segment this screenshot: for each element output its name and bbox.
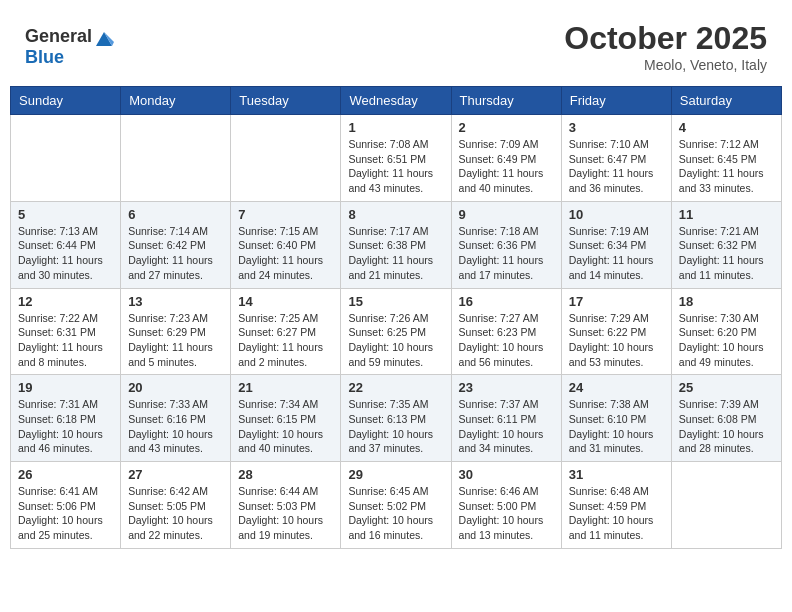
- calendar-cell: 28Sunrise: 6:44 AM Sunset: 5:03 PM Dayli…: [231, 462, 341, 549]
- calendar-cell: 17Sunrise: 7:29 AM Sunset: 6:22 PM Dayli…: [561, 288, 671, 375]
- calendar-cell: 22Sunrise: 7:35 AM Sunset: 6:13 PM Dayli…: [341, 375, 451, 462]
- calendar-cell: 3Sunrise: 7:10 AM Sunset: 6:47 PM Daylig…: [561, 115, 671, 202]
- day-info: Sunrise: 6:46 AM Sunset: 5:00 PM Dayligh…: [459, 484, 554, 543]
- day-number: 5: [18, 207, 113, 222]
- logo-blue-text: Blue: [25, 48, 114, 68]
- calendar-cell: 13Sunrise: 7:23 AM Sunset: 6:29 PM Dayli…: [121, 288, 231, 375]
- calendar-cell: 18Sunrise: 7:30 AM Sunset: 6:20 PM Dayli…: [671, 288, 781, 375]
- calendar-cell: 9Sunrise: 7:18 AM Sunset: 6:36 PM Daylig…: [451, 201, 561, 288]
- day-number: 3: [569, 120, 664, 135]
- day-info: Sunrise: 7:10 AM Sunset: 6:47 PM Dayligh…: [569, 137, 664, 196]
- calendar-cell: 4Sunrise: 7:12 AM Sunset: 6:45 PM Daylig…: [671, 115, 781, 202]
- day-info: Sunrise: 7:39 AM Sunset: 6:08 PM Dayligh…: [679, 397, 774, 456]
- day-info: Sunrise: 7:13 AM Sunset: 6:44 PM Dayligh…: [18, 224, 113, 283]
- calendar-cell: 16Sunrise: 7:27 AM Sunset: 6:23 PM Dayli…: [451, 288, 561, 375]
- day-number: 21: [238, 380, 333, 395]
- day-number: 14: [238, 294, 333, 309]
- calendar-cell: 8Sunrise: 7:17 AM Sunset: 6:38 PM Daylig…: [341, 201, 451, 288]
- day-number: 29: [348, 467, 443, 482]
- day-info: Sunrise: 7:22 AM Sunset: 6:31 PM Dayligh…: [18, 311, 113, 370]
- location: Meolo, Veneto, Italy: [564, 57, 767, 73]
- day-info: Sunrise: 7:21 AM Sunset: 6:32 PM Dayligh…: [679, 224, 774, 283]
- day-number: 23: [459, 380, 554, 395]
- calendar-cell: 14Sunrise: 7:25 AM Sunset: 6:27 PM Dayli…: [231, 288, 341, 375]
- day-info: Sunrise: 7:35 AM Sunset: 6:13 PM Dayligh…: [348, 397, 443, 456]
- day-number: 27: [128, 467, 223, 482]
- day-info: Sunrise: 7:38 AM Sunset: 6:10 PM Dayligh…: [569, 397, 664, 456]
- weekday-header-thursday: Thursday: [451, 87, 561, 115]
- calendar-cell: 1Sunrise: 7:08 AM Sunset: 6:51 PM Daylig…: [341, 115, 451, 202]
- calendar-cell: 6Sunrise: 7:14 AM Sunset: 6:42 PM Daylig…: [121, 201, 231, 288]
- day-info: Sunrise: 7:30 AM Sunset: 6:20 PM Dayligh…: [679, 311, 774, 370]
- day-info: Sunrise: 7:19 AM Sunset: 6:34 PM Dayligh…: [569, 224, 664, 283]
- day-number: 20: [128, 380, 223, 395]
- day-info: Sunrise: 6:44 AM Sunset: 5:03 PM Dayligh…: [238, 484, 333, 543]
- logo-general-text: General: [25, 27, 92, 47]
- day-info: Sunrise: 7:08 AM Sunset: 6:51 PM Dayligh…: [348, 137, 443, 196]
- week-row-4: 19Sunrise: 7:31 AM Sunset: 6:18 PM Dayli…: [11, 375, 782, 462]
- day-info: Sunrise: 7:27 AM Sunset: 6:23 PM Dayligh…: [459, 311, 554, 370]
- day-number: 26: [18, 467, 113, 482]
- day-info: Sunrise: 7:29 AM Sunset: 6:22 PM Dayligh…: [569, 311, 664, 370]
- day-number: 31: [569, 467, 664, 482]
- day-number: 9: [459, 207, 554, 222]
- calendar-cell: [671, 462, 781, 549]
- day-number: 12: [18, 294, 113, 309]
- calendar-cell: [11, 115, 121, 202]
- day-info: Sunrise: 7:25 AM Sunset: 6:27 PM Dayligh…: [238, 311, 333, 370]
- title-block: October 2025 Meolo, Veneto, Italy: [564, 20, 767, 73]
- day-number: 18: [679, 294, 774, 309]
- logo: General Blue: [25, 26, 114, 68]
- page-header: General Blue October 2025 Meolo, Veneto,…: [10, 10, 782, 78]
- weekday-header-wednesday: Wednesday: [341, 87, 451, 115]
- day-info: Sunrise: 7:12 AM Sunset: 6:45 PM Dayligh…: [679, 137, 774, 196]
- day-number: 1: [348, 120, 443, 135]
- day-info: Sunrise: 7:15 AM Sunset: 6:40 PM Dayligh…: [238, 224, 333, 283]
- day-info: Sunrise: 6:45 AM Sunset: 5:02 PM Dayligh…: [348, 484, 443, 543]
- day-number: 28: [238, 467, 333, 482]
- calendar-cell: 25Sunrise: 7:39 AM Sunset: 6:08 PM Dayli…: [671, 375, 781, 462]
- calendar-cell: 31Sunrise: 6:48 AM Sunset: 4:59 PM Dayli…: [561, 462, 671, 549]
- day-number: 6: [128, 207, 223, 222]
- day-number: 8: [348, 207, 443, 222]
- day-number: 16: [459, 294, 554, 309]
- calendar-cell: 7Sunrise: 7:15 AM Sunset: 6:40 PM Daylig…: [231, 201, 341, 288]
- day-info: Sunrise: 7:34 AM Sunset: 6:15 PM Dayligh…: [238, 397, 333, 456]
- calendar-cell: 27Sunrise: 6:42 AM Sunset: 5:05 PM Dayli…: [121, 462, 231, 549]
- calendar-cell: 15Sunrise: 7:26 AM Sunset: 6:25 PM Dayli…: [341, 288, 451, 375]
- calendar-cell: 11Sunrise: 7:21 AM Sunset: 6:32 PM Dayli…: [671, 201, 781, 288]
- calendar-table: SundayMondayTuesdayWednesdayThursdayFrid…: [10, 86, 782, 549]
- day-info: Sunrise: 7:23 AM Sunset: 6:29 PM Dayligh…: [128, 311, 223, 370]
- calendar-cell: [121, 115, 231, 202]
- day-number: 11: [679, 207, 774, 222]
- day-number: 4: [679, 120, 774, 135]
- day-info: Sunrise: 7:09 AM Sunset: 6:49 PM Dayligh…: [459, 137, 554, 196]
- weekday-header-sunday: Sunday: [11, 87, 121, 115]
- day-info: Sunrise: 7:14 AM Sunset: 6:42 PM Dayligh…: [128, 224, 223, 283]
- calendar-cell: 23Sunrise: 7:37 AM Sunset: 6:11 PM Dayli…: [451, 375, 561, 462]
- day-number: 15: [348, 294, 443, 309]
- calendar-cell: 26Sunrise: 6:41 AM Sunset: 5:06 PM Dayli…: [11, 462, 121, 549]
- day-info: Sunrise: 7:37 AM Sunset: 6:11 PM Dayligh…: [459, 397, 554, 456]
- calendar-cell: 21Sunrise: 7:34 AM Sunset: 6:15 PM Dayli…: [231, 375, 341, 462]
- calendar-cell: 20Sunrise: 7:33 AM Sunset: 6:16 PM Dayli…: [121, 375, 231, 462]
- day-number: 25: [679, 380, 774, 395]
- calendar-cell: 10Sunrise: 7:19 AM Sunset: 6:34 PM Dayli…: [561, 201, 671, 288]
- month-title: October 2025: [564, 20, 767, 57]
- week-row-2: 5Sunrise: 7:13 AM Sunset: 6:44 PM Daylig…: [11, 201, 782, 288]
- calendar-cell: 19Sunrise: 7:31 AM Sunset: 6:18 PM Dayli…: [11, 375, 121, 462]
- day-info: Sunrise: 6:48 AM Sunset: 4:59 PM Dayligh…: [569, 484, 664, 543]
- day-info: Sunrise: 6:42 AM Sunset: 5:05 PM Dayligh…: [128, 484, 223, 543]
- weekday-header-monday: Monday: [121, 87, 231, 115]
- day-number: 22: [348, 380, 443, 395]
- calendar-cell: 29Sunrise: 6:45 AM Sunset: 5:02 PM Dayli…: [341, 462, 451, 549]
- logo-icon: [94, 28, 114, 48]
- weekday-header-saturday: Saturday: [671, 87, 781, 115]
- week-row-1: 1Sunrise: 7:08 AM Sunset: 6:51 PM Daylig…: [11, 115, 782, 202]
- calendar-cell: 2Sunrise: 7:09 AM Sunset: 6:49 PM Daylig…: [451, 115, 561, 202]
- day-number: 13: [128, 294, 223, 309]
- calendar-cell: [231, 115, 341, 202]
- weekday-header-row: SundayMondayTuesdayWednesdayThursdayFrid…: [11, 87, 782, 115]
- calendar-cell: 24Sunrise: 7:38 AM Sunset: 6:10 PM Dayli…: [561, 375, 671, 462]
- calendar-cell: 5Sunrise: 7:13 AM Sunset: 6:44 PM Daylig…: [11, 201, 121, 288]
